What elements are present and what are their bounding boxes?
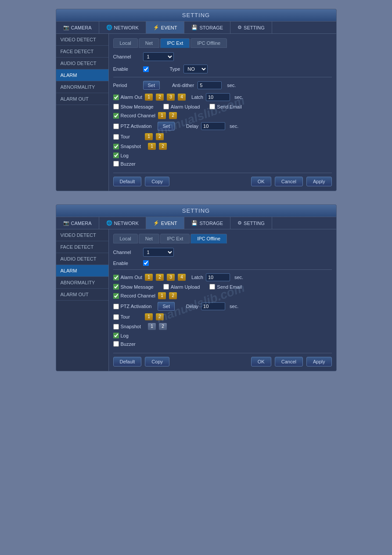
ptz-checkbox-2[interactable] xyxy=(113,304,119,309)
log-label-2[interactable]: Log xyxy=(113,333,129,338)
tour-label-1[interactable]: Tour xyxy=(113,134,130,140)
sidebar-item-alarmout-1[interactable]: ALARM OUT xyxy=(56,93,108,105)
tour2-num-2[interactable]: 2 xyxy=(156,313,164,320)
delay-input-1[interactable] xyxy=(201,122,225,130)
recordch2-num-1[interactable]: 1 xyxy=(158,292,166,299)
sidebar-item-audiodetect-1[interactable]: AUDIO DETECT xyxy=(56,58,108,69)
nav-tab-storage-2[interactable]: 💾 STORAGE xyxy=(184,217,230,229)
sidebar-item-facedetect-1[interactable]: FACE DETECT xyxy=(56,46,108,58)
delay-input-2[interactable] xyxy=(201,302,225,310)
tour-num-1[interactable]: 1 xyxy=(145,133,153,140)
snapshot-checkbox-2[interactable] xyxy=(113,324,119,330)
subtab-local-2[interactable]: Local xyxy=(113,234,138,243)
cancel-btn-2[interactable]: Cancel xyxy=(275,357,303,366)
snapshot-num-1[interactable]: 1 xyxy=(148,143,156,150)
enable-checkbox-1[interactable] xyxy=(143,66,149,72)
apply-btn-1[interactable]: Apply xyxy=(306,177,332,186)
alarmupload-label-1[interactable]: Alarm Upload xyxy=(163,104,200,109)
latch-input-2[interactable] xyxy=(206,273,230,281)
subtab-net-1[interactable]: Net xyxy=(139,38,159,48)
snapshot-checkbox-1[interactable] xyxy=(113,144,119,149)
sendemail-checkbox-2[interactable] xyxy=(209,284,215,290)
showmessage-checkbox-1[interactable] xyxy=(113,104,119,109)
snapshot-label-1[interactable]: Snapshot xyxy=(113,144,141,149)
sendemail-label-1[interactable]: Send Email xyxy=(209,104,241,109)
showmessage-label-2[interactable]: Show Message xyxy=(113,284,154,290)
channel-select-2[interactable]: 1 xyxy=(143,248,174,257)
alarmout-checkbox-label-2[interactable]: Alarm Out xyxy=(113,275,143,280)
nav-tab-setting-2[interactable]: ⚙ SETTING xyxy=(230,217,272,229)
tour-label-2[interactable]: Tour xyxy=(113,314,130,320)
nav-tab-event-2[interactable]: ⚡ EVENT xyxy=(146,217,185,229)
alarmout-num-3[interactable]: 3 xyxy=(167,94,175,101)
sidebar-item-alarm-1[interactable]: ALARM xyxy=(56,69,108,81)
nav-tab-setting-1[interactable]: ⚙ SETTING xyxy=(230,22,272,33)
tour2-num-1[interactable]: 1 xyxy=(145,313,153,320)
subtab-ipcoffline-2[interactable]: IPC Offline xyxy=(191,234,227,243)
nav-tab-event-1[interactable]: ⚡ EVENT xyxy=(146,22,185,33)
buzzer-checkbox-1[interactable] xyxy=(113,161,119,167)
sidebar-item-alarmout-2[interactable]: ALARM OUT xyxy=(56,289,108,301)
alarmupload-label-2[interactable]: Alarm Upload xyxy=(163,284,200,290)
recordchannel-checkbox-2[interactable] xyxy=(113,293,119,299)
ptz-checkbox-1[interactable] xyxy=(113,123,119,129)
alarmout-num-4[interactable]: 4 xyxy=(178,94,186,101)
subtab-local-1[interactable]: Local xyxy=(113,38,138,48)
alarmout2-num-4[interactable]: 4 xyxy=(178,274,186,281)
default-btn-1[interactable]: Default xyxy=(113,177,142,186)
log-checkbox-1[interactable] xyxy=(113,152,119,158)
antidither-input-1[interactable] xyxy=(198,81,222,89)
sidebar-item-facedetect-2[interactable]: FACE DETECT xyxy=(56,241,108,253)
alarmout-num-1[interactable]: 1 xyxy=(145,94,153,101)
alarmout2-num-1[interactable]: 1 xyxy=(145,274,153,281)
recordchannel-checkbox-1[interactable] xyxy=(113,113,119,119)
type-select-1[interactable]: NO NC xyxy=(183,65,208,73)
period-set-btn-1[interactable]: Set xyxy=(143,81,160,90)
snapshot2-num-1[interactable]: 1 xyxy=(148,323,156,330)
sidebar-item-alarm-2[interactable]: ALARM xyxy=(56,265,108,277)
ok-btn-1[interactable]: OK xyxy=(251,177,271,186)
apply-btn-2[interactable]: Apply xyxy=(306,357,332,366)
ptz-set-btn-2[interactable]: Set xyxy=(158,302,175,311)
alarmupload-checkbox-2[interactable] xyxy=(163,284,169,290)
nav-tab-storage-1[interactable]: 💾 STORAGE xyxy=(184,22,230,33)
buzzer-label-1[interactable]: Buzzer xyxy=(113,161,136,167)
snapshot-label-2[interactable]: Snapshot xyxy=(113,324,141,330)
log-checkbox-2[interactable] xyxy=(113,333,119,338)
tour-checkbox-2[interactable] xyxy=(113,314,119,320)
alarmout-checkbox-1[interactable] xyxy=(113,94,119,100)
default-btn-2[interactable]: Default xyxy=(113,357,142,366)
tour-num-2[interactable]: 2 xyxy=(156,133,164,140)
subtab-ipcoffline-1[interactable]: IPC Offline xyxy=(191,38,227,48)
copy-btn-2[interactable]: Copy xyxy=(145,357,169,366)
ptzactivation-label-1[interactable]: PTZ Activation xyxy=(113,123,152,129)
alarmout-checkbox-label-1[interactable]: Alarm Out xyxy=(113,94,143,100)
channel-select-1[interactable]: 1 xyxy=(143,52,174,61)
sidebar-item-abnormality-1[interactable]: ABNORMALITY xyxy=(56,81,108,93)
recordchannel-label-1[interactable]: Record Channel xyxy=(113,113,156,119)
cancel-btn-1[interactable]: Cancel xyxy=(275,177,303,186)
latch-input-1[interactable] xyxy=(206,93,230,101)
alarmout2-num-2[interactable]: 2 xyxy=(156,274,164,281)
nav-tab-network-2[interactable]: 🌐 NETWORK xyxy=(99,217,146,229)
recordch2-num-2[interactable]: 2 xyxy=(169,292,177,299)
enable-checkbox-2[interactable] xyxy=(143,260,149,266)
subtab-ipcext-1[interactable]: IPC Ext xyxy=(160,38,190,48)
ok-btn-2[interactable]: OK xyxy=(251,357,271,366)
recordch-num-2[interactable]: 2 xyxy=(169,112,177,119)
ptz-set-btn-1[interactable]: Set xyxy=(158,122,175,131)
snapshot-num-2[interactable]: 2 xyxy=(159,143,167,150)
tour-checkbox-1[interactable] xyxy=(113,134,119,140)
nav-tab-network-1[interactable]: 🌐 NETWORK xyxy=(99,22,146,33)
sendemail-checkbox-1[interactable] xyxy=(209,104,215,109)
subtab-ipcext-2[interactable]: IPC Ext xyxy=(160,234,190,243)
recordchannel-label-2[interactable]: Record Channel xyxy=(113,293,156,299)
snapshot2-num-2[interactable]: 2 xyxy=(159,323,167,330)
buzzer-checkbox-2[interactable] xyxy=(113,341,119,347)
nav-tab-camera-1[interactable]: 📷 CAMERA xyxy=(56,22,99,33)
sidebar-item-audiodetect-2[interactable]: AUDIO DETECT xyxy=(56,253,108,265)
log-label-1[interactable]: Log xyxy=(113,152,129,158)
nav-tab-camera-2[interactable]: 📷 CAMERA xyxy=(56,217,99,229)
alarmout2-num-3[interactable]: 3 xyxy=(167,274,175,281)
sidebar-item-abnormality-2[interactable]: ABNORMALITY xyxy=(56,277,108,289)
